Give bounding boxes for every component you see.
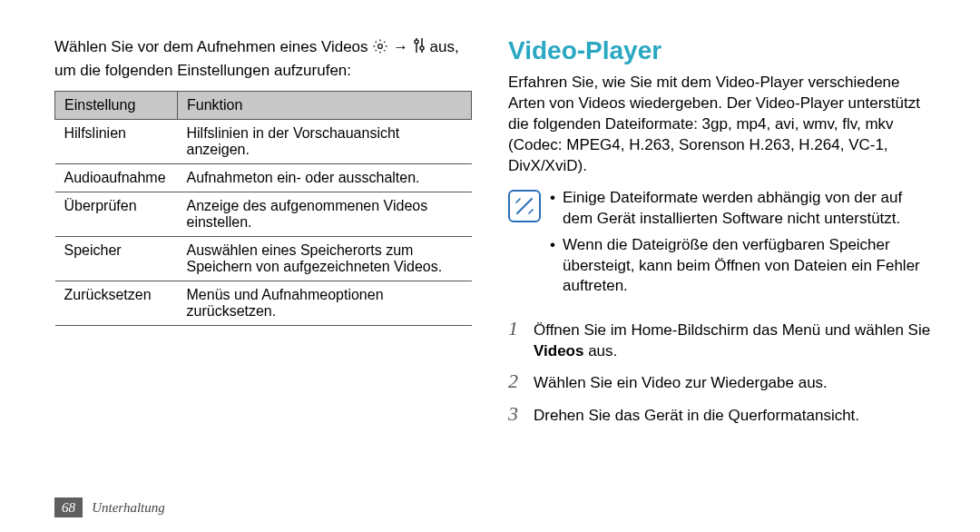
video-player-intro: Erfahren Sie, wie Sie mit dem Video-Play…: [508, 73, 935, 177]
cell-function: Aufnahmeton ein- oder ausschalten.: [178, 163, 472, 192]
cell-function: Auswählen eines Speicherorts zum Speiche…: [178, 236, 472, 281]
step-number: 3: [508, 400, 524, 428]
cell-function: Menüs und Aufnahmeoptionen zurücksetzen.: [178, 281, 472, 325]
sliders-icon: [413, 36, 426, 61]
note-icon: [508, 190, 541, 222]
cell-setting: Audioaufnahme: [55, 163, 178, 192]
step-text: Wählen Sie ein Video zur Wiedergabe aus.: [534, 373, 828, 394]
table-row: Zurücksetzen Menüs und Aufnahmeoptionen …: [55, 281, 472, 325]
table-row: Hilfslinien Hilfslinien in der Vorschaua…: [55, 119, 472, 163]
step-bold: Videos: [534, 342, 583, 360]
step-text: Öffnen Sie im Home-Bildschirm das Menü u…: [534, 320, 935, 362]
step-suffix: aus.: [583, 342, 617, 360]
table-row: Speicher Auswählen eines Speicherorts zu…: [55, 236, 472, 281]
note-list: Einige Dateiformate werden abhängig von …: [550, 188, 935, 303]
page-footer: 68 Unterhaltung: [54, 499, 165, 516]
note-item: Wenn die Dateigröße den verfügbaren Spei…: [550, 235, 935, 298]
table-row: Überprüfen Anzeige des aufgenommenen Vid…: [55, 192, 472, 236]
cell-setting: Speicher: [55, 236, 178, 281]
intro-arrow: →: [393, 38, 413, 55]
left-column: Wählen Sie vor dem Aufnehmen eines Video…: [54, 36, 472, 532]
cell-function: Anzeige des aufgenommenen Videos einstel…: [178, 192, 472, 236]
th-setting: Einstellung: [55, 91, 178, 119]
left-intro: Wählen Sie vor dem Aufnehmen eines Video…: [54, 36, 472, 82]
step-prefix: Öffnen Sie im Home-Bildschirm das Menü u…: [534, 321, 930, 339]
svg-point-4: [420, 46, 424, 50]
step-3: 3 Drehen Sie das Gerät in die Querformat…: [508, 400, 935, 428]
section-title: Video-Player: [508, 36, 935, 65]
step-number: 2: [508, 368, 524, 395]
step-2: 2 Wählen Sie ein Video zur Wiedergabe au…: [508, 368, 935, 395]
cell-setting: Überprüfen: [55, 192, 178, 236]
note-item: Einige Dateiformate werden abhängig von …: [550, 188, 935, 230]
cell-setting: Zurücksetzen: [55, 281, 178, 325]
svg-point-0: [378, 44, 383, 49]
cell-function: Hilfslinien in der Vorschauansicht anzei…: [178, 119, 472, 163]
step-1: 1 Öffnen Sie im Home-Bildschirm das Menü…: [508, 315, 935, 362]
note-block: Einige Dateiformate werden abhängig von …: [508, 188, 935, 303]
settings-table: Einstellung Funktion Hilfslinien Hilfsli…: [54, 91, 472, 326]
step-number: 1: [508, 315, 524, 342]
cell-setting: Hilfslinien: [55, 119, 178, 163]
page-number: 68: [54, 498, 83, 517]
intro-before: Wählen Sie vor dem Aufnehmen eines Video…: [54, 38, 372, 55]
svg-point-3: [415, 40, 418, 44]
gear-icon: [372, 38, 388, 61]
th-function: Funktion: [178, 91, 472, 119]
footer-section: Unterhaltung: [92, 500, 165, 515]
table-row: Audioaufnahme Aufnahmeton ein- oder auss…: [55, 163, 472, 192]
step-text: Drehen Sie das Gerät in die Querformatan…: [534, 406, 859, 427]
right-column: Video-Player Erfahren Sie, wie Sie mit d…: [508, 36, 935, 532]
